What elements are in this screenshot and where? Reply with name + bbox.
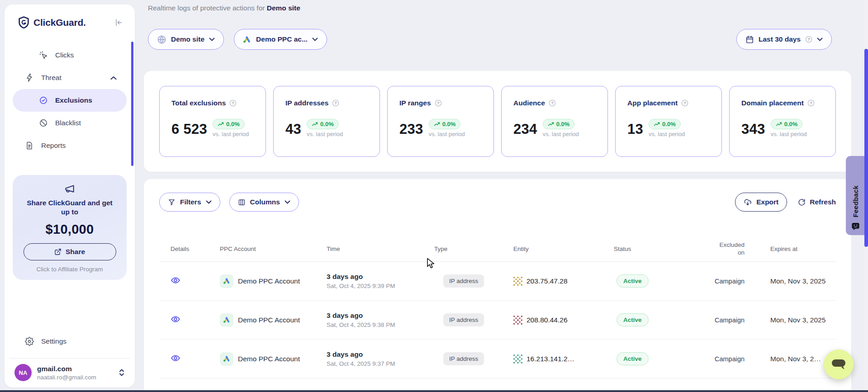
table-row[interactable]: Demo PPC Account 3 days ago Sat, Oct 4, …	[159, 262, 836, 301]
stat-caption: vs. last period	[649, 131, 685, 137]
column-header-excluded-on[interactable]: Excluded on	[715, 241, 764, 256]
sidebar-item-reports[interactable]: Reports	[13, 134, 127, 157]
svg-text:?: ?	[551, 101, 554, 105]
google-ads-icon	[220, 313, 233, 327]
view-details-eye-icon[interactable]	[171, 314, 180, 324]
google-ads-icon	[243, 35, 251, 44]
external-link-icon	[54, 248, 62, 255]
stat-caption: vs. last period	[307, 131, 343, 137]
stat-value: 6 523	[171, 121, 207, 137]
ppc-account-name: Demo PPC Account	[238, 277, 300, 285]
chevron-updown-icon	[119, 368, 125, 377]
help-icon[interactable]: ?	[549, 99, 556, 107]
svg-text:?: ?	[335, 101, 337, 105]
sidebar-item-blacklist[interactable]: Blacklist	[13, 112, 127, 134]
feedback-label: Feedback	[852, 185, 859, 217]
sidebar-item-label: Threat	[41, 74, 62, 82]
refresh-icon	[798, 198, 806, 206]
ppc-selector-value: Demo PPC ac...	[256, 35, 308, 43]
megaphone-icon	[21, 183, 119, 195]
sidebar-item-label: Exclusions	[55, 96, 92, 104]
sidebar-item-settings[interactable]: Settings	[13, 331, 127, 352]
ppc-account-name: Demo PPC Account	[238, 355, 300, 363]
date-range-dropdown[interactable]: Last 30 days ?	[736, 29, 832, 50]
help-icon[interactable]: ?	[681, 99, 688, 107]
stat-caption: vs. last period	[771, 131, 807, 137]
delta-badge: 0.0%	[307, 119, 339, 129]
status-badge: Active	[617, 274, 649, 288]
stat-card: IP addresses ? 43 0.0% vs. l	[273, 86, 380, 157]
help-icon[interactable]: ?	[332, 99, 339, 107]
table-header-row: Details PPC Account Time Type Entity Sta…	[159, 236, 836, 262]
svg-text:?: ?	[232, 101, 235, 105]
funnel-icon	[168, 198, 175, 206]
globe-icon	[157, 35, 166, 44]
export-button[interactable]: Export	[735, 193, 787, 212]
chat-launcher-button[interactable]	[824, 349, 854, 379]
help-icon[interactable]: ?	[807, 99, 815, 107]
lightning-icon	[25, 73, 34, 82]
help-icon[interactable]: ?	[435, 99, 442, 107]
page-subtitle: Realtime logs of protective actions for …	[148, 4, 300, 12]
sidebar-item-exclusions[interactable]: Exclusions	[13, 89, 127, 112]
svg-text:?: ?	[683, 101, 686, 105]
page-scrollbar-thumb[interactable]	[864, 49, 868, 247]
sidebar-item-threat[interactable]: Threat	[13, 66, 127, 89]
affiliate-caption[interactable]: Click to Affiliate Program	[21, 266, 119, 273]
feedback-tab[interactable]: Feedback	[846, 156, 865, 235]
columns-dropdown-button[interactable]: Columns	[229, 193, 299, 212]
stat-value: 13	[627, 121, 643, 137]
trending-up-icon	[434, 122, 440, 127]
delta-badge: 0.0%	[213, 119, 245, 129]
delta-value: 0.0%	[784, 121, 798, 128]
table-row[interactable]: Demo PPC Account 3 days ago Sat, Oct 4, …	[159, 301, 836, 340]
avatar: NA	[14, 364, 32, 381]
excluded-on-value: Campaign	[715, 278, 764, 285]
column-header-time[interactable]: Time	[327, 246, 434, 252]
sidebar: ClickGuard. Clicks Threat	[5, 5, 135, 387]
column-header-status[interactable]: Status	[614, 246, 715, 252]
delta-badge: 0.0%	[429, 119, 461, 129]
site-selector-dropdown[interactable]: Demo site	[148, 29, 224, 50]
column-header-entity[interactable]: Entity	[513, 246, 614, 252]
cursor-click-icon	[39, 51, 48, 60]
chevron-down-icon	[312, 38, 318, 41]
gear-icon	[25, 337, 34, 346]
view-details-eye-icon[interactable]	[171, 353, 180, 363]
time-absolute: Sat, Oct 4, 2025 9:39 PM	[327, 283, 434, 289]
delta-value: 0.0%	[556, 121, 570, 128]
time-absolute: Sat, Oct 4, 2025 9:38 PM	[327, 321, 434, 328]
column-header-ppc-account[interactable]: PPC Account	[220, 246, 327, 252]
stat-caption: vs. last period	[213, 131, 249, 137]
site-selector-value: Demo site	[171, 35, 204, 43]
expires-at-value: Mon, Nov 3, 2025	[764, 316, 836, 324]
badge-check-icon	[39, 96, 48, 105]
columns-label: Columns	[250, 198, 280, 206]
column-header-expires-at[interactable]: Expires at	[764, 246, 836, 252]
columns-icon	[238, 198, 246, 206]
view-details-eye-icon[interactable]	[171, 275, 180, 285]
chevron-up-icon[interactable]	[110, 76, 117, 80]
status-badge: Active	[617, 313, 649, 326]
stat-label: IP addresses	[285, 99, 328, 107]
account-switcher[interactable]: NA gmail.com naatali.ro@gmail.com	[14, 364, 125, 381]
delta-value: 0.0%	[226, 121, 240, 128]
refresh-button[interactable]: Refresh	[798, 198, 836, 206]
ppc-account-selector-dropdown[interactable]: Demo PPC ac...	[234, 29, 327, 50]
delta-value: 0.0%	[662, 121, 676, 128]
type-badge: IP address	[443, 313, 484, 326]
stat-value: 43	[285, 121, 301, 137]
filters-dropdown-button[interactable]: Filters	[159, 193, 220, 212]
sidebar-item-clicks[interactable]: Clicks	[13, 44, 127, 66]
table-row[interactable]: Demo PPC Account 3 days ago Sat, Oct 4, …	[159, 340, 836, 378]
sidebar-scrollbar[interactable]	[131, 42, 133, 166]
clickguard-logo[interactable]: ClickGuard.	[18, 16, 86, 28]
help-icon[interactable]: ?	[805, 36, 812, 43]
collapse-sidebar-icon[interactable]	[114, 18, 123, 27]
filters-label: Filters	[180, 198, 201, 206]
column-header-type[interactable]: Type	[434, 246, 513, 252]
column-header-details[interactable]: Details	[159, 246, 220, 252]
help-icon[interactable]: ?	[229, 99, 237, 107]
share-button[interactable]: Share	[24, 243, 116, 260]
bottom-edge-bar	[0, 390, 868, 392]
